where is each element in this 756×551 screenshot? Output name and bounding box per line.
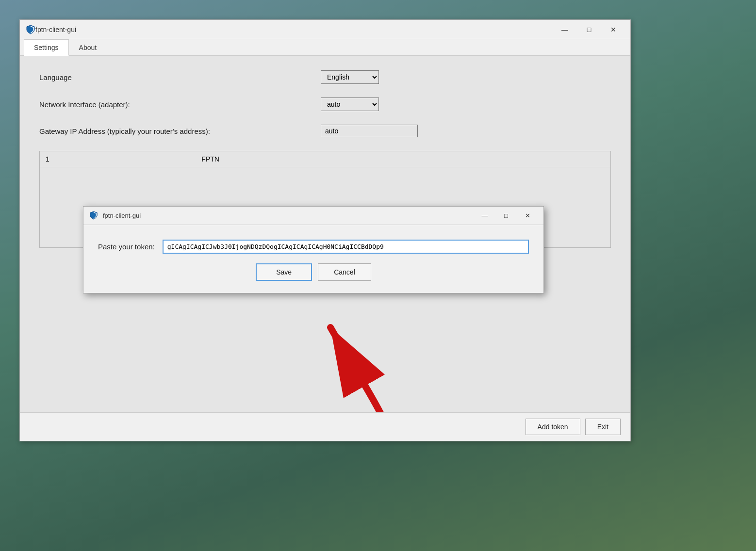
modal-maximize-button[interactable]: □ <box>496 209 516 223</box>
modal-close-button[interactable]: ✕ <box>517 209 538 223</box>
add-token-button[interactable]: Add token <box>526 419 580 435</box>
cancel-button[interactable]: Cancel <box>318 263 371 281</box>
modal-footer: Save Cancel <box>98 263 529 281</box>
main-close-button[interactable]: ✕ <box>602 22 625 37</box>
main-window: fptn-client-gui — □ ✕ Settings About Lan… <box>19 19 631 441</box>
modal-minimize-button[interactable]: — <box>475 209 495 223</box>
settings-content: Language English Russian German French N… <box>20 56 630 412</box>
modal-title-controls: — □ ✕ <box>475 209 538 223</box>
bottom-bar: Add token Exit <box>20 412 630 441</box>
app-icon <box>26 25 35 34</box>
tab-settings[interactable]: Settings <box>24 39 69 56</box>
modal-dialog: fptn-client-gui — □ ✕ Paste your token: … <box>83 206 544 293</box>
modal-app-icon <box>89 211 99 221</box>
main-title-controls: — □ ✕ <box>554 22 625 37</box>
modal-title-bar: fptn-client-gui — □ ✕ <box>83 207 543 225</box>
modal-window-title: fptn-client-gui <box>103 212 475 219</box>
main-maximize-button[interactable]: □ <box>578 22 600 37</box>
token-row: Paste your token: <box>98 240 529 254</box>
main-title-bar: fptn-client-gui — □ ✕ <box>20 20 630 39</box>
token-input[interactable] <box>163 240 529 254</box>
tab-about[interactable]: About <box>69 39 107 56</box>
paste-token-label: Paste your token: <box>98 243 155 251</box>
main-minimize-button[interactable]: — <box>554 22 576 37</box>
modal-content: Paste your token: Save Cancel <box>83 225 543 293</box>
tabs-bar: Settings About <box>20 39 630 56</box>
save-button[interactable]: Save <box>256 263 312 281</box>
main-window-title: fptn-client-gui <box>35 26 554 33</box>
exit-button[interactable]: Exit <box>585 419 621 435</box>
